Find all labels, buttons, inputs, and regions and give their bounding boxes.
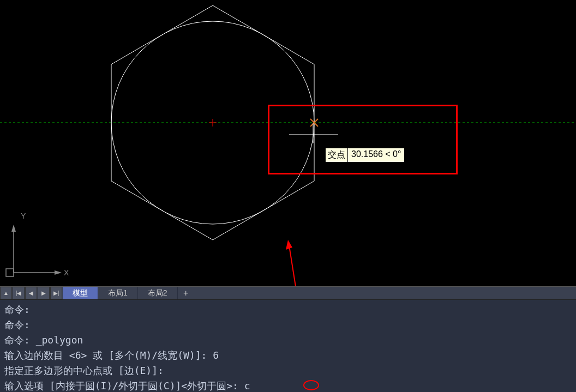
command-line: 命令: _polygon <box>4 333 572 348</box>
command-line: 输入边的数目 <6> 或 [多个(M)/线宽(W)]: 6 <box>4 348 572 363</box>
tab-layout2[interactable]: 布局2 <box>138 287 178 299</box>
command-history-panel[interactable]: 命令: 命令: 命令: _polygon 输入边的数目 <6> 或 [多个(M)… <box>0 300 576 392</box>
svg-rect-4 <box>6 269 14 276</box>
tab-menu-button[interactable]: ▲ <box>0 287 12 299</box>
command-line: 指定正多边形的中心点或 [边(E)]: <box>4 363 572 378</box>
annotation-arrow-line <box>289 245 311 286</box>
layout-tab-bar: ▲ |◀ ◀ ▶ ▶| 模型 布局1 布局2 + <box>0 286 576 300</box>
tooltip-value: 30.1566 < 0° <box>348 148 404 162</box>
ucs-x-label: X <box>64 268 69 277</box>
ucs-y-label: Y <box>21 212 26 220</box>
snap-tooltip: 交点 30.1566 < 0° <box>325 148 405 162</box>
svg-marker-1 <box>11 225 16 232</box>
tab-nav-last[interactable]: ▶| <box>50 287 62 299</box>
command-line: 命令: <box>4 302 572 317</box>
command-line: 输入选项 [内接于圆(I)/外切于圆(C)]<外切于圆>: c <box>4 378 572 392</box>
tab-nav-prev[interactable]: ◀ <box>25 287 37 299</box>
drawing-canvas[interactable]: Y X 交点 30.1566 < 0° <box>0 0 576 286</box>
tab-model[interactable]: 模型 <box>63 287 98 299</box>
tab-layout1[interactable]: 布局1 <box>98 287 138 299</box>
tab-nav-first[interactable]: |◀ <box>13 287 25 299</box>
ucs-icon <box>6 225 62 276</box>
svg-marker-3 <box>55 270 62 275</box>
tab-add-button[interactable]: + <box>178 287 194 299</box>
tab-nav-next[interactable]: ▶ <box>38 287 50 299</box>
annotation-arrow-head <box>286 240 292 250</box>
command-line: 命令: <box>4 317 572 333</box>
tooltip-label: 交点 <box>326 148 348 162</box>
